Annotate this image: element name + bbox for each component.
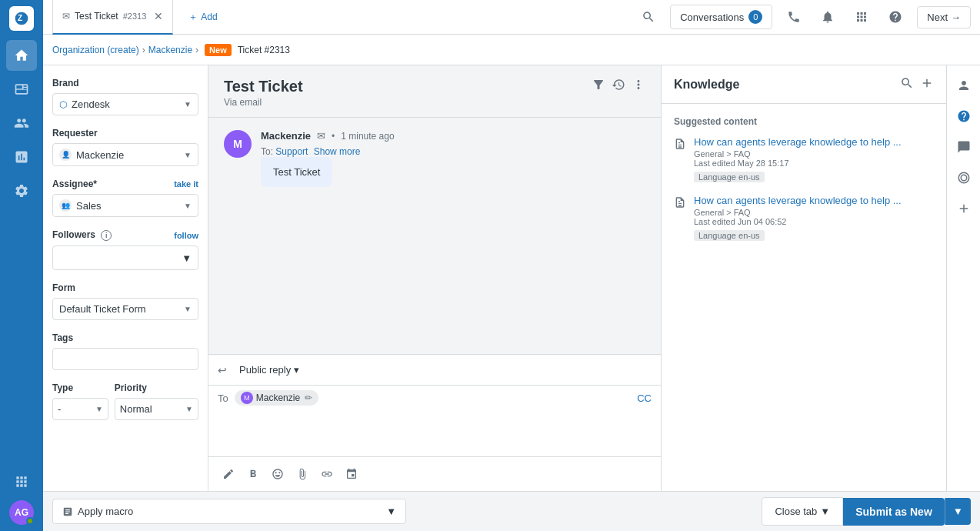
requester-value: Mackenzie (76, 149, 124, 161)
requester-select[interactable]: 👤 Mackenzie ▼ (52, 143, 198, 166)
search-icon-btn[interactable] (636, 5, 661, 29)
conversations-button[interactable]: Conversations 0 (670, 5, 772, 29)
tab-ticket-title: Test Ticket (75, 11, 118, 22)
reply-type-label: Public reply (239, 364, 291, 376)
content-body: Brand ⬡ Zendesk ▼ Requester 👤 (43, 65, 980, 491)
form-field: Form Default Ticket Form ▼ (52, 282, 198, 320)
form-select[interactable]: Default Ticket Form ▼ (52, 298, 198, 320)
breadcrumb-user[interactable]: Mackenzie (148, 45, 192, 55)
follow-link[interactable]: follow (174, 231, 198, 240)
submit-arrow-icon: ▼ (953, 506, 963, 517)
knowledge-header: Knowledge (662, 65, 946, 104)
reply-compose-area[interactable] (208, 410, 661, 456)
reply-to-edit-icon[interactable]: ✏ (305, 392, 312, 403)
link-icon[interactable] (316, 463, 338, 485)
next-label: Next (927, 12, 948, 23)
next-button[interactable]: Next → (917, 6, 971, 28)
take-it-link[interactable]: take it (174, 179, 198, 189)
phone-icon[interactable] (782, 5, 806, 29)
tags-input[interactable] (52, 348, 198, 370)
submit-dropdown-button[interactable]: ▼ (945, 498, 971, 525)
sidebar-knowledge-icon[interactable] (950, 102, 978, 130)
conversations-count: 0 (748, 10, 762, 24)
followers-info-icon[interactable]: i (101, 230, 112, 241)
grid-icon[interactable] (849, 5, 874, 29)
priority-chevron-icon: ▼ (185, 405, 193, 413)
nav-item-apps[interactable] (6, 466, 37, 497)
submit-button[interactable]: Submit as New (843, 498, 945, 526)
form-label: Form (52, 282, 198, 293)
submit-label: Submit as New (855, 506, 932, 518)
breadcrumb-sep-2: › (195, 45, 198, 55)
type-select[interactable]: - ▼ (52, 398, 108, 420)
tab-close-icon[interactable]: ✕ (154, 10, 163, 22)
assignee-icon: 👥 (59, 199, 72, 212)
followers-label: Followers i (52, 229, 112, 241)
history-icon[interactable] (612, 78, 625, 94)
nav-item-reporting[interactable] (6, 142, 37, 172)
notifications-icon[interactable] (815, 5, 840, 29)
sidebar-chat-icon[interactable] (950, 133, 978, 161)
reply-recipient-avatar: M (241, 392, 253, 404)
reply-back-icon: ↩ (218, 364, 227, 376)
tags-field: Tags (52, 332, 198, 370)
message-email-icon: ✉ (317, 130, 325, 142)
article-edited-2: Last edited Jun 04 06:52 (694, 217, 786, 226)
followers-chevron-icon: ▼ (182, 252, 192, 264)
article-title-1[interactable]: How can agents leverage knowledge to hel… (694, 136, 934, 148)
app-logo[interactable]: Z (9, 6, 34, 31)
reply-to-area: To M Mackenzie ✏ CC (208, 386, 661, 410)
reply-cc-label[interactable]: CC (637, 392, 652, 404)
reply-recipient-name: Mackenzie (256, 392, 300, 403)
close-tab-button[interactable]: Close tab ▼ (762, 497, 843, 526)
reply-type-button[interactable]: Public reply ▾ (233, 361, 305, 379)
nav-item-contacts[interactable] (6, 108, 37, 139)
message-time: 1 minute ago (341, 131, 394, 142)
bottom-left: Apply macro ▼ (52, 499, 406, 524)
message-to-recipient[interactable]: Support (275, 146, 308, 157)
knowledge-article-1[interactable]: How can agents leverage knowledge to hel… (674, 136, 934, 182)
knowledge-add-icon[interactable] (920, 76, 934, 92)
ticket-tab[interactable]: ✉ Test Ticket #2313 ✕ (52, 0, 173, 35)
top-bar: ✉ Test Ticket #2313 ✕ ＋ Add Conversation… (43, 0, 980, 35)
requester-icon: 👤 (59, 149, 72, 161)
draft-icon[interactable] (218, 463, 239, 485)
brand-select[interactable]: ⬡ Zendesk ▼ (52, 93, 198, 115)
article-title-2[interactable]: How can agents leverage knowledge to hel… (694, 195, 934, 206)
bold-icon[interactable] (242, 463, 264, 485)
followers-select[interactable]: ▼ (52, 245, 198, 270)
article-icon-1 (674, 138, 686, 182)
sidebar-user-icon[interactable] (950, 72, 978, 99)
user-avatar[interactable]: AG (9, 500, 34, 525)
zendesk-brand-icon: ⬡ (59, 99, 67, 110)
type-label: Type (52, 382, 108, 393)
add-tab-button[interactable]: ＋ Add (179, 11, 226, 24)
message-author-avatar: M (224, 130, 252, 158)
show-more-link[interactable]: Show more (314, 146, 361, 157)
help-icon[interactable] (883, 5, 908, 29)
apply-macro-button[interactable]: Apply macro ▼ (52, 499, 406, 524)
message-to-line: To: Support Show more (261, 146, 645, 157)
knowledge-title: Knowledge (674, 78, 739, 92)
priority-select[interactable]: Normal ▼ (115, 398, 198, 420)
sidebar-add-icon[interactable] (950, 195, 978, 222)
article-meta-2: General > FAQ Last edited Jun 04 06:52 (694, 208, 934, 226)
breadcrumb-org[interactable]: Organization (create) (52, 45, 139, 55)
nav-item-home[interactable] (6, 40, 37, 71)
nav-item-settings[interactable] (6, 175, 37, 206)
nav-item-tickets[interactable] (6, 74, 37, 105)
knowledge-search-icon[interactable] (900, 76, 914, 92)
filter-icon[interactable] (592, 78, 605, 94)
emoji-icon[interactable] (267, 463, 288, 485)
signature-icon[interactable] (341, 463, 362, 485)
knowledge-article-2[interactable]: How can agents leverage knowledge to hel… (674, 195, 934, 241)
ticket-source: Via email (224, 97, 303, 108)
add-label: Add (201, 12, 217, 22)
more-icon[interactable] (632, 78, 645, 94)
sidebar-ai-icon[interactable] (950, 164, 978, 192)
brand-chevron-icon: ▼ (184, 100, 192, 109)
assignee-value: Sales (76, 200, 102, 212)
assignee-select[interactable]: 👥 Sales ▼ (52, 194, 198, 217)
attachment-icon[interactable] (292, 463, 313, 485)
article-body-1: How can agents leverage knowledge to hel… (694, 136, 934, 182)
